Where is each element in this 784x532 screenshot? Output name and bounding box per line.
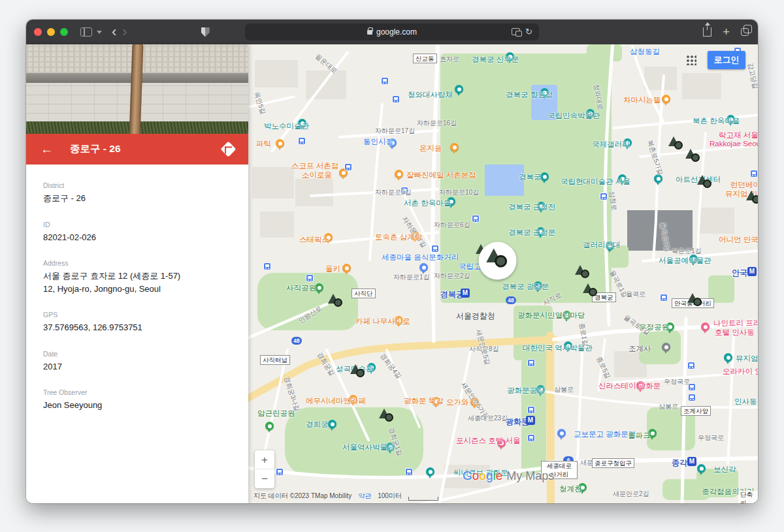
map-label-teal[interactable]: 북촌 한옥마을 xyxy=(693,116,740,126)
bus-stop-icon[interactable] xyxy=(276,468,284,476)
bus-stop-icon[interactable] xyxy=(306,274,314,282)
new-tab-icon[interactable]: + xyxy=(723,25,730,39)
map-label-teal[interactable]: 대한민국 역사박물관 xyxy=(523,343,593,353)
bus-stop-icon[interactable] xyxy=(527,359,535,367)
map-label-blue[interactable]: 세종마을 음식문화거리 xyxy=(382,253,459,262)
close-window-button[interactable] xyxy=(34,28,42,36)
map-label-blue[interactable]: 교보문고 광화문점 xyxy=(574,430,636,439)
forward-button[interactable]: › xyxy=(122,25,127,39)
bus-stop-icon[interactable] xyxy=(344,163,352,171)
map-label-blue[interactable]: 삼청동길 xyxy=(630,47,660,57)
apps-grid-icon[interactable] xyxy=(686,55,696,65)
bus-stop-icon[interactable] xyxy=(263,262,271,270)
map-canvas[interactable]: 로그인 + − 지도 데이터 ©2023 TMap Mobility 약관 10… xyxy=(248,44,758,503)
tab-overview-icon[interactable] xyxy=(741,28,749,36)
map-label-teal[interactable]: 인사동 xyxy=(734,397,757,407)
sidebar-toggle-icon[interactable] xyxy=(80,27,92,37)
map-label-teal[interactable]: 경희궁 xyxy=(306,420,329,430)
map-label-teal[interactable]: 청와대사랑채 xyxy=(408,90,453,100)
map-label-pink[interactable]: 나인트리 프리미어 xyxy=(713,319,758,328)
address-bar[interactable]: google.com ↻ xyxy=(245,23,539,40)
chevron-down-icon[interactable] xyxy=(97,31,102,34)
terms-link[interactable]: 약관 xyxy=(358,492,371,501)
map-label-orange[interactable]: 파틱 xyxy=(256,139,271,149)
map-label-teal[interactable]: 경복궁 근정문 xyxy=(508,228,555,238)
privacy-shield-icon[interactable] xyxy=(201,27,210,37)
map-label-pink[interactable]: 락고재 서울 xyxy=(719,131,758,140)
tree-marker[interactable] xyxy=(379,409,396,424)
map-label-teal[interactable]: 경복궁 xyxy=(519,172,542,182)
tree-marker[interactable] xyxy=(668,136,685,152)
subway-station-icon[interactable]: M xyxy=(747,267,757,276)
map-label-green[interactable]: 청계천 xyxy=(559,484,582,494)
map-label-orange[interactable]: 카페 나무사이로 xyxy=(355,317,410,326)
bus-stop-icon[interactable] xyxy=(688,394,696,401)
map-label-orange[interactable]: 어니언 안국 xyxy=(719,235,758,245)
poi-pin-green-icon[interactable] xyxy=(265,422,274,430)
map-label-orange[interactable]: 스태픽스 xyxy=(299,235,329,245)
tree-photo[interactable] xyxy=(26,44,248,134)
zoom-window-button[interactable] xyxy=(60,28,68,36)
map-label-pink[interactable]: 호텔 인사동 xyxy=(715,328,755,337)
tree-marker[interactable] xyxy=(685,149,702,164)
map-label-green[interactable]: 사직공원 xyxy=(286,283,316,293)
bus-stop-icon[interactable] xyxy=(298,137,306,145)
map-label-green[interactable]: 광화문시민열린마당 xyxy=(517,311,585,321)
map-label-orange[interactable]: 폴키 xyxy=(325,264,340,274)
map-label-teal[interactable]: 국립민속박물관 xyxy=(547,111,600,121)
poi-pin-blue-icon[interactable] xyxy=(419,263,428,272)
map-label-pink[interactable]: 포시즌스 호텔 서울 xyxy=(456,436,520,446)
map-label-pink[interactable]: 신라스테이 광화문 xyxy=(598,381,661,391)
zoom-out-button[interactable]: − xyxy=(255,469,274,488)
bus-stop-icon[interactable] xyxy=(527,406,535,414)
tree-marker[interactable] xyxy=(687,293,704,309)
map-label-orange[interactable]: 런던베이글 xyxy=(730,180,758,190)
map-label-orange[interactable]: 토속촌 삼계탕 xyxy=(375,232,422,242)
map-label-orange[interactable]: 온지음 xyxy=(419,144,442,153)
poi-pin-teal-icon[interactable] xyxy=(724,353,732,362)
zoom-in-button[interactable]: + xyxy=(255,450,274,469)
map-label-teal[interactable]: 박노수미술관 xyxy=(264,121,309,131)
translate-icon[interactable] xyxy=(512,28,520,35)
map-label-subway[interactable]: 종각 xyxy=(672,458,687,469)
map-label-orange[interactable]: 잘빠진메밀 서촌본점 xyxy=(406,170,476,180)
map-label-green[interactable]: 롤파크 xyxy=(628,431,651,441)
map-label-teal[interactable]: 경복궁 향원정 xyxy=(506,90,553,100)
map-label-gray[interactable]: 조계사 xyxy=(629,344,651,354)
bus-stop-icon[interactable] xyxy=(600,193,608,200)
subway-station-icon[interactable]: M xyxy=(461,289,470,298)
map-label-teal[interactable]: 광화문광장 xyxy=(507,386,545,396)
map-label-blue[interactable]: 통인시장 xyxy=(363,137,393,147)
subway-station-icon[interactable]: M xyxy=(687,457,696,466)
poi-pin-pink-icon[interactable] xyxy=(701,322,710,331)
bus-stop-icon[interactable] xyxy=(431,245,439,253)
poi-pin-orange-icon[interactable] xyxy=(395,170,403,178)
map-label-teal[interactable]: 경복궁 광화문 xyxy=(502,282,549,292)
bus-stop-icon[interactable] xyxy=(405,468,413,476)
poi-pin-teal-icon[interactable] xyxy=(426,467,434,476)
map-label-green[interactable]: 암근린공원 xyxy=(257,409,295,418)
map-label-orange[interactable]: 에무시네마앤카페 xyxy=(306,396,366,406)
poi-pin-orange-icon[interactable] xyxy=(276,139,284,148)
back-button[interactable]: ‹ xyxy=(112,25,116,39)
bus-stop-icon[interactable] xyxy=(527,434,535,442)
tree-marker-selected[interactable] xyxy=(486,249,511,272)
map-label-teal[interactable]: 서울역사박물관 xyxy=(342,443,395,452)
map-label-green[interactable]: 우정공원 xyxy=(639,322,669,332)
map-label-teal[interactable]: 국제갤러리 xyxy=(592,140,630,149)
tree-marker[interactable] xyxy=(350,364,367,380)
map-label-teal[interactable]: 서촌 한옥마을 xyxy=(404,198,451,208)
bus-stop-icon[interactable] xyxy=(750,170,758,178)
bus-stop-icon[interactable] xyxy=(392,95,400,103)
bus-stop-icon[interactable] xyxy=(687,362,695,369)
map-label-teal[interactable]: 국립현대미술관 서울 xyxy=(561,177,630,187)
tree-marker[interactable] xyxy=(697,175,714,191)
tree-marker[interactable] xyxy=(583,283,600,299)
keyboard-shortcuts-link[interactable]: 단축키 xyxy=(738,491,758,503)
map-label-teal[interactable]: 서울공예박물관 xyxy=(659,256,711,266)
login-button[interactable]: 로그인 xyxy=(708,51,745,69)
bus-stop-icon[interactable] xyxy=(472,215,480,223)
map-label-teal[interactable]: 보신각 xyxy=(713,465,736,475)
poi-pin-orange-icon[interactable] xyxy=(662,95,670,103)
map-label-orange[interactable]: 소이로움 xyxy=(302,170,332,180)
